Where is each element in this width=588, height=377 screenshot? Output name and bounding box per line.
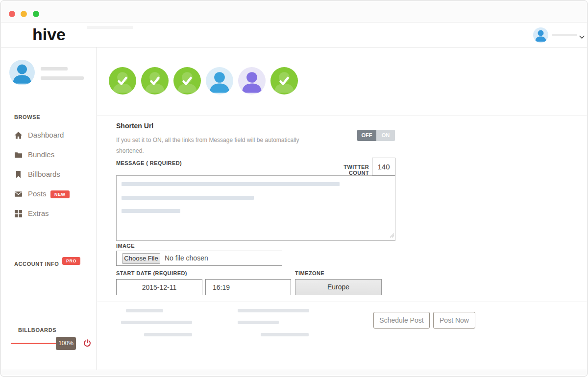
placeholder-line	[126, 309, 163, 312]
sidebar-item-label: Billboards	[28, 170, 60, 178]
network-status-user-blue[interactable]	[206, 67, 233, 94]
choose-file-button[interactable]: Choose File	[122, 253, 160, 264]
billboards-usage-label: BILLBOARDS	[18, 327, 56, 333]
resize-handle[interactable]	[390, 231, 394, 240]
sidebar-item-dashboard[interactable]: Dashboard	[1, 129, 97, 142]
bookmark-icon	[14, 170, 23, 179]
image-file-input[interactable]: Choose File No file chosen	[116, 251, 282, 266]
toggle-on-option[interactable]: ON	[376, 130, 395, 141]
network-status-check[interactable]	[270, 67, 298, 94]
placeholder-line	[41, 67, 68, 71]
placeholder-line	[41, 76, 84, 80]
new-badge: NEW	[50, 190, 70, 198]
app-window: hive BROWSE Dashboard	[0, 0, 588, 377]
post-form-section: Shorten Url If you set it to ON, all the…	[97, 116, 587, 302]
check-icon	[147, 73, 162, 90]
billboards-progress-bar	[11, 343, 57, 344]
home-icon	[14, 131, 23, 140]
shorten-url-title: Shorten Url	[116, 122, 153, 130]
envelope-icon	[14, 190, 23, 198]
close-window-button[interactable]	[9, 11, 15, 17]
toggle-off-option[interactable]: OFF	[357, 130, 376, 141]
network-status-check[interactable]	[141, 67, 169, 94]
account-info-row: ACCOUNT INFO PRO	[14, 259, 59, 268]
hive-logo: hive	[32, 25, 66, 44]
sidebar-item-billboards[interactable]: Billboards	[1, 168, 97, 182]
main-content: Shorten Url If you set it to ON, all the…	[97, 47, 587, 370]
sidebar-user-avatar[interactable]	[9, 60, 35, 85]
placeholder-line	[122, 196, 254, 200]
check-icon	[115, 73, 130, 90]
chevron-down-icon[interactable]	[579, 32, 585, 41]
browse-section-label: BROWSE	[14, 114, 40, 120]
sidebar-item-bundles[interactable]: Bundles	[1, 148, 97, 162]
account-info-label: ACCOUNT INFO	[14, 261, 59, 267]
timezone-label: TIMEZONE	[295, 270, 324, 276]
network-status-user-purple[interactable]	[238, 67, 266, 94]
network-status-row	[97, 47, 587, 116]
sidebar-item-label: Dashboard	[28, 131, 64, 139]
window-footer	[1, 370, 587, 375]
sidebar-item-posts[interactable]: Posts NEW	[1, 188, 97, 201]
placeholder-line	[122, 209, 180, 213]
placeholder-line	[552, 34, 577, 36]
start-date-input[interactable]	[116, 279, 202, 295]
placeholder-line	[238, 321, 279, 324]
zoom-window-button[interactable]	[33, 11, 39, 17]
message-textarea[interactable]	[116, 175, 395, 241]
message-field-label: MESSAGE ( REQUIRED)	[116, 160, 182, 166]
post-now-button[interactable]: Post Now	[433, 312, 475, 329]
placeholder-line	[144, 333, 192, 336]
folder-icon	[14, 151, 23, 159]
power-icon[interactable]	[83, 339, 92, 348]
image-field-label: IMAGE	[116, 243, 135, 249]
app-header: hive	[1, 23, 587, 47]
placeholder-line	[122, 182, 340, 186]
placeholder-line	[238, 309, 309, 312]
sidebar-item-label: Extras	[28, 209, 49, 217]
start-date-label: START DATE (REQUIRED)	[116, 270, 187, 276]
sidebar-item-label: Posts	[28, 189, 47, 198]
twitter-count-label: TWITTER COUNT	[324, 164, 369, 176]
sidebar-item-extras[interactable]: Extras	[1, 207, 97, 221]
check-icon	[277, 73, 292, 90]
schedule-post-button[interactable]: Schedule Post	[373, 312, 430, 329]
twitter-count-value: 140	[372, 158, 395, 176]
billboards-progress-value: 100%	[56, 337, 76, 350]
summary-section: Schedule Post Post Now	[97, 302, 587, 370]
file-chosen-status: No file chosen	[165, 251, 208, 265]
check-icon	[180, 73, 195, 90]
network-status-check[interactable]	[109, 67, 136, 94]
user-avatar[interactable]	[533, 27, 548, 43]
sidebar-item-label: Bundles	[28, 150, 54, 159]
titlebar	[1, 1, 587, 23]
network-status-check[interactable]	[173, 67, 201, 94]
minimize-window-button[interactable]	[21, 11, 27, 17]
grid-icon	[14, 210, 23, 218]
sidebar: BROWSE Dashboard Bundles Billboards	[1, 47, 97, 370]
timezone-select-button[interactable]: Europe	[295, 279, 382, 295]
placeholder-line	[261, 333, 309, 336]
shorten-url-description-line1: If you set it to ON, all the links from …	[116, 135, 299, 145]
pro-badge: PRO	[62, 257, 80, 265]
shorten-url-description: If you set it to ON, all the links from …	[116, 135, 299, 156]
placeholder-line	[87, 26, 133, 29]
shorten-url-description-line2: shortened.	[116, 145, 299, 156]
start-time-input[interactable]	[205, 279, 291, 295]
shorten-url-toggle[interactable]: OFF ON	[357, 130, 395, 141]
placeholder-line	[121, 321, 192, 324]
